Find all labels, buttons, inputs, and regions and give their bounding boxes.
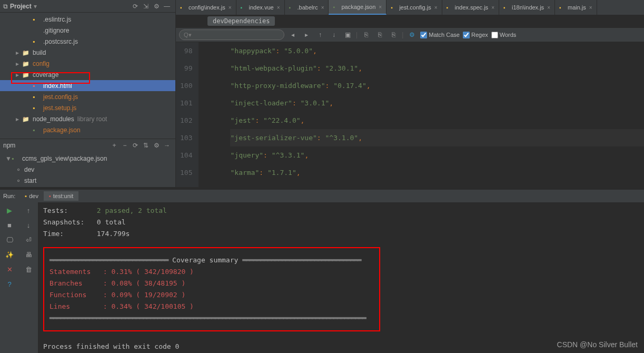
tree-item-index-html[interactable]: index.html xyxy=(0,80,175,91)
tab-main-js[interactable]: main.js× xyxy=(555,0,597,15)
tree-item-node-modules[interactable]: ▸node_moduleslibrary root xyxy=(0,113,175,124)
close-icon[interactable]: × xyxy=(321,5,324,11)
help-icon[interactable]: ? xyxy=(4,279,15,289)
close-icon[interactable]: ✕ xyxy=(4,264,15,274)
match-case-check[interactable]: Match Case xyxy=(420,32,460,38)
code-line[interactable]: "karma": "1.7.1", xyxy=(230,164,644,181)
project-panel: ⧉ Project ▾ ⟳ ⇲ ⚙ — .eslintrc.js.gitigno… xyxy=(0,0,176,187)
remove-icon[interactable]: − xyxy=(120,140,130,151)
editor-panel: config\index.js×index.vue×.babelrc×packa… xyxy=(176,0,644,187)
code-content[interactable]: "happypack": "5.0.0","html-webpack-plugi… xyxy=(199,42,644,187)
tab-label: index.spec.js xyxy=(455,4,489,11)
stop-icon[interactable]: ■ xyxy=(4,220,15,230)
tree-item-package-json[interactable]: package.json xyxy=(0,124,175,135)
filter2-icon[interactable]: ⎘ xyxy=(374,30,385,40)
coverage-row-branches: Branches : 0.08% ( 38/48195 ) xyxy=(49,278,374,289)
search-input[interactable] xyxy=(179,30,284,40)
tab-package-json[interactable]: package.json× xyxy=(329,0,387,15)
collapse-icon[interactable]: ⇲ xyxy=(141,1,151,12)
tab-label: i18n\index.js xyxy=(512,4,544,11)
tab-jest-config-js[interactable]: jest.config.js× xyxy=(387,0,442,15)
sort-icon[interactable]: ⇅ xyxy=(141,140,151,151)
tab--babelrc[interactable]: .babelrc× xyxy=(285,0,329,15)
tab-index-vue[interactable]: index.vue× xyxy=(236,0,285,15)
tree-item-build[interactable]: ▸build xyxy=(0,47,175,58)
editor-tabs: config\index.js×index.vue×.babelrc×packa… xyxy=(176,0,644,15)
tab-label: jest.config.js xyxy=(399,4,431,11)
tab-i18n-index-js[interactable]: i18n\index.js× xyxy=(499,0,555,15)
up-icon[interactable]: ↑ xyxy=(23,205,34,215)
next-icon[interactable]: ▸ xyxy=(301,30,312,40)
npm-header: npm + − ⟳ ⇅ ⚙ → xyxy=(0,139,175,152)
console-output[interactable]: Tests: 2 passed, 2 total Snapshots: 0 to… xyxy=(38,190,644,353)
tree-item-coverage[interactable]: ▸coverage xyxy=(0,69,175,80)
close-icon[interactable]: × xyxy=(547,5,550,11)
up-icon[interactable]: ↑ xyxy=(315,30,325,40)
code-line[interactable]: "jest-serializer-vue": "^3.1.0", xyxy=(230,129,644,146)
hide-icon[interactable]: — xyxy=(162,1,172,12)
file-icon xyxy=(33,104,41,112)
gear-icon[interactable]: ⚙ xyxy=(151,1,162,12)
run-label: Run: xyxy=(3,193,15,199)
print-icon[interactable]: 🖶 xyxy=(23,249,34,260)
close-icon[interactable]: × xyxy=(434,5,438,11)
dropdown-icon[interactable]: ▾ xyxy=(34,3,37,10)
project-tree[interactable]: .eslintrc.js.gitignore.postcssrc.js▸buil… xyxy=(0,13,175,139)
trash-icon[interactable]: 🗑 xyxy=(23,264,34,274)
tree-item-config[interactable]: ▸config xyxy=(0,58,175,69)
code-line[interactable]: "inject-loader": "3.0.1", xyxy=(230,94,644,112)
code-line[interactable]: "http-proxy-middleware": "0.17.4", xyxy=(230,77,644,94)
tree-item-jest-config-js[interactable]: jest.config.js xyxy=(0,91,175,102)
filter3-icon[interactable]: ⎘ xyxy=(388,30,399,40)
code-line[interactable]: "html-webpack-plugin": "2.30.1", xyxy=(230,60,644,77)
expand-icon[interactable]: ▸ xyxy=(16,60,22,67)
wrap-icon[interactable]: ⏎ xyxy=(23,234,34,245)
words-check[interactable]: Words xyxy=(491,32,517,38)
js-icon xyxy=(559,4,566,11)
close-icon[interactable]: × xyxy=(277,5,280,11)
gear-icon[interactable]: ⚙ xyxy=(151,140,162,151)
npm-script-dev[interactable]: ⚬dev xyxy=(0,164,175,175)
tree-item--postcssrc-js[interactable]: .postcssrc.js xyxy=(0,36,175,47)
hide-icon[interactable]: → xyxy=(162,140,172,151)
breadcrumb-item[interactable]: devDependencies xyxy=(207,16,275,26)
wand-icon[interactable]: ✨ xyxy=(4,249,15,260)
monitor-icon[interactable]: 🖵 xyxy=(4,234,15,245)
close-icon[interactable]: × xyxy=(589,5,592,11)
npm-tree[interactable]: ▼ ccms_gpls_view\package.json ⚬dev ⚬star… xyxy=(0,152,175,187)
gear-icon[interactable]: ⚙ xyxy=(407,30,417,40)
js-icon xyxy=(391,4,397,11)
refresh-icon[interactable]: ⟳ xyxy=(130,140,141,151)
sync-icon[interactable]: ⟳ xyxy=(130,1,141,12)
prev-icon[interactable]: ◂ xyxy=(288,30,298,40)
close-icon[interactable]: × xyxy=(229,5,232,11)
regex-check[interactable]: Regex xyxy=(463,32,488,38)
tab-label: .babelrc xyxy=(298,4,318,11)
tab-index-spec-js[interactable]: index.spec.js× xyxy=(442,0,499,15)
filter-icon[interactable]: ⎘ xyxy=(361,30,371,40)
tab-config-index-js[interactable]: config\index.js× xyxy=(176,0,236,15)
expand-icon[interactable]: ▼ xyxy=(5,155,12,162)
npm-script-start[interactable]: ⚬start xyxy=(0,175,175,186)
js-icon xyxy=(180,4,186,11)
code-line[interactable]: "jquery": "^3.3.1", xyxy=(230,146,644,164)
run-icon[interactable]: ▶ xyxy=(4,205,15,215)
tree-item--gitignore[interactable]: .gitignore xyxy=(0,25,175,36)
close-icon[interactable]: × xyxy=(491,5,494,11)
tree-item--eslintrc-js[interactable]: .eslintrc.js xyxy=(0,14,175,25)
tree-item-label: coverage xyxy=(33,71,58,79)
npm-root[interactable]: ▼ ccms_gpls_view\package.json xyxy=(0,153,175,164)
expand-icon[interactable]: ▸ xyxy=(16,49,22,56)
code-line[interactable]: "jest": "^22.4.0", xyxy=(230,112,644,129)
code-editor[interactable]: 9899100101102103104105 "happypack": "5.0… xyxy=(176,42,644,187)
select-all-icon[interactable]: ▣ xyxy=(342,30,353,40)
down-icon[interactable]: ↓ xyxy=(23,220,34,230)
tree-item-jest-setup-js[interactable]: jest.setup.js xyxy=(0,102,175,113)
expand-icon[interactable]: ▸ xyxy=(16,115,22,123)
close-icon[interactable]: × xyxy=(379,4,382,10)
down-icon[interactable]: ↓ xyxy=(329,30,339,40)
code-line[interactable]: "happypack": "5.0.0", xyxy=(230,42,644,60)
coverage-row-statements: Statements : 0.31% ( 342/109820 ) xyxy=(49,266,374,278)
add-icon[interactable]: + xyxy=(109,140,120,151)
expand-icon[interactable]: ▸ xyxy=(16,71,22,79)
